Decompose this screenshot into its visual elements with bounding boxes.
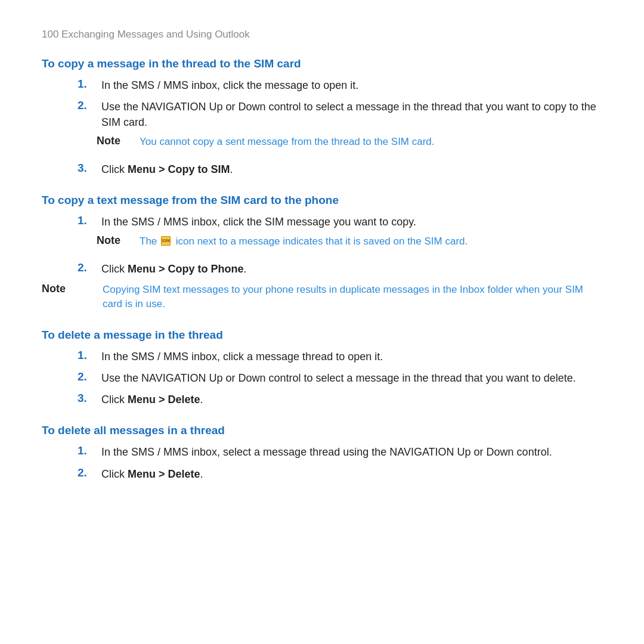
step-number: 2. xyxy=(78,261,97,274)
step-item: 3. Click Menu > Delete. xyxy=(42,392,602,407)
step-text: Use the NAVIGATION Up or Down control to… xyxy=(101,370,576,386)
page-container: 100 Exchanging Messages and Using Outloo… xyxy=(0,0,644,527)
note-text-with-icon: The SIM icon next to a message indicates… xyxy=(140,234,467,249)
step-text: In the SMS / MMS inbox, click a message … xyxy=(101,349,383,364)
steps-delete-message: 1. In the SMS / MMS inbox, click a messa… xyxy=(42,349,602,407)
section-heading-delete-all: To delete all messages in a thread xyxy=(42,424,602,437)
step-text: In the SMS / MMS inbox, click the messag… xyxy=(101,78,358,93)
step-number: 1. xyxy=(78,444,97,457)
step-number: 1. xyxy=(78,78,97,91)
step-item: 2. Use the NAVIGATION Up or Down control… xyxy=(42,99,602,156)
step-text: Click Menu > Copy to SIM. xyxy=(101,162,233,177)
page-header: 100 Exchanging Messages and Using Outloo… xyxy=(42,29,602,41)
step-item: 3. Click Menu > Copy to SIM. xyxy=(42,162,602,177)
step-number: 3. xyxy=(78,392,97,405)
steps-delete-all: 1. In the SMS / MMS inbox, select a mess… xyxy=(42,444,602,481)
outer-note-block: Note Copying SIM text messages to your p… xyxy=(42,283,602,312)
step-number: 2. xyxy=(78,466,97,479)
section-delete-all-messages: To delete all messages in a thread 1. In… xyxy=(42,424,602,481)
step-text: Click Menu > Delete. xyxy=(101,392,203,407)
steps-copy-to-sim: 1. In the SMS / MMS inbox, click the mes… xyxy=(42,78,602,177)
section-heading-delete-message: To delete a message in the thread xyxy=(42,329,602,342)
note-text: You cannot copy a sent message from the … xyxy=(140,135,435,150)
section-heading-copy-from-sim: To copy a text message from the SIM card… xyxy=(42,194,602,207)
outer-note-text: Copying SIM text messages to your phone … xyxy=(103,283,602,312)
step-item: 1. In the SMS / MMS inbox, select a mess… xyxy=(42,444,602,460)
step-item: 1. In the SMS / MMS inbox, click the mes… xyxy=(42,78,602,93)
step-item: 2. Click Menu > Delete. xyxy=(42,466,602,482)
step-number: 1. xyxy=(78,214,97,227)
section-copy-from-sim: To copy a text message from the SIM card… xyxy=(42,194,602,312)
step-text: In the SMS / MMS inbox, click the SIM me… xyxy=(101,214,416,230)
step-text: Click Menu > Copy to Phone. xyxy=(101,261,247,277)
section-delete-message: To delete a message in the thread 1. In … xyxy=(42,329,602,407)
step-item: 1. In the SMS / MMS inbox, click a messa… xyxy=(42,349,602,364)
step-text: In the SMS / MMS inbox, select a message… xyxy=(101,444,552,460)
outer-note-label: Note xyxy=(42,283,95,295)
section-heading-copy-to-sim: To copy a message in the thread to the S… xyxy=(42,57,602,70)
step-number: 3. xyxy=(78,162,97,175)
step-text: Use the NAVIGATION Up or Down control to… xyxy=(101,99,602,130)
step-text: Click Menu > Delete. xyxy=(101,466,203,482)
note-label: Note xyxy=(97,234,132,247)
section-copy-to-sim: To copy a message in the thread to the S… xyxy=(42,57,602,177)
steps-copy-from-sim: 1. In the SMS / MMS inbox, click the SIM… xyxy=(42,214,602,277)
step-item: 2. Use the NAVIGATION Up or Down control… xyxy=(42,370,602,386)
note-block: Note The SIM icon next to a message indi… xyxy=(78,234,467,249)
step-number: 1. xyxy=(78,349,97,362)
step-number: 2. xyxy=(78,370,97,383)
sim-card-icon: SIM xyxy=(161,236,172,247)
note-label: Note xyxy=(97,135,132,147)
step-number: 2. xyxy=(78,99,97,112)
note-block: Note You cannot copy a sent message from… xyxy=(78,135,435,150)
step-item: 2. Click Menu > Copy to Phone. xyxy=(42,261,602,277)
step-item: 1. In the SMS / MMS inbox, click the SIM… xyxy=(42,214,602,255)
